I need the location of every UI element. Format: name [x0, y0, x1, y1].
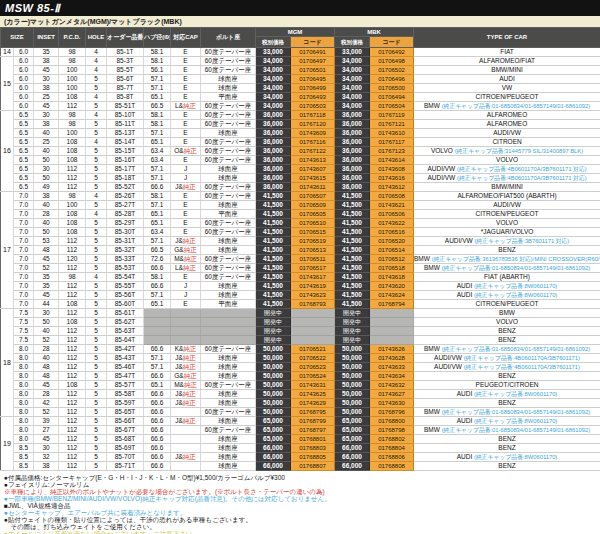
- cell-width: 8.0: [14, 426, 34, 435]
- cell-width: 8.0: [14, 390, 34, 399]
- table-row: 6.025108485-8T65.1E平面座34,0000170649334,0…: [1, 93, 600, 102]
- cell-type-of-car: BMW (純正キャップ品番:01-6850834/01-6857149/01-6…: [414, 426, 600, 435]
- col-header-inset: INSET: [34, 28, 59, 48]
- cell-mbk-price: 65,000: [335, 417, 370, 426]
- cell-cap: [171, 408, 201, 417]
- cell-mbk-code: 01743616: [370, 174, 414, 183]
- cell-mbk-price: 36,000: [335, 147, 370, 156]
- table-row: 6.53898585-11T58.1E60度テーパー座36,0000176712…: [1, 120, 600, 129]
- cell-mgm-code: 01743613: [291, 156, 335, 165]
- cell-order-no: 85-57T: [107, 381, 144, 390]
- cell-bolt-seat: 平面座: [201, 300, 256, 309]
- cell-mgm-price: 34,000: [256, 102, 291, 111]
- cell-width: 7.5: [14, 327, 34, 336]
- table-row: 146.03598485-1T58.1E60度テーパー座33,000017064…: [1, 48, 600, 57]
- cell-mgm-price: 50,000: [256, 345, 291, 354]
- cell-mbk-code: 01768796: [370, 408, 414, 417]
- cell-mbk-code: 01706504: [370, 102, 414, 111]
- table-row: 6.530112585-17T57.1J球面座36,0000174360736,…: [1, 165, 600, 174]
- cell-cap: J: [171, 291, 201, 300]
- cell-cap: J: [171, 174, 201, 183]
- cell-hub: 57.1: [144, 165, 171, 174]
- cell-cap: E: [171, 201, 201, 210]
- cell-mgm-code: [291, 336, 335, 345]
- cell-hub: 58.1: [144, 273, 171, 282]
- cell-mgm-code: 01706509: [291, 201, 335, 210]
- cell-mbk-code: 01706500: [370, 84, 414, 93]
- cell-mgm-price: 50,000: [256, 354, 291, 363]
- cell-hub: 57.1: [144, 174, 171, 183]
- cell-inset: 30: [34, 444, 59, 453]
- cell-mgm-code: 01743625: [291, 390, 335, 399]
- col-header-mgm-code: コード: [291, 37, 335, 48]
- cell-mbk-code: [370, 309, 414, 318]
- cell-cap: [171, 435, 201, 444]
- cell-cap: G&純正: [171, 372, 201, 381]
- cell-mbk-price: 50,000: [335, 354, 370, 363]
- cell-inset: 52: [34, 336, 59, 345]
- cell-mgm-code: 01706503: [291, 102, 335, 111]
- cell-mbk-price: 41,500: [335, 255, 370, 264]
- cell-inset: 25: [34, 93, 59, 102]
- spec-table: SIZE INSET P.C.D. HOLE オーダー品番 ハブ径(Φ) 対応C…: [0, 27, 600, 471]
- cell-bolt-seat: 60度テーパー座: [201, 408, 256, 417]
- table-row: 8.048112585-46T57.1J&純正球面座50,00001706523…: [1, 363, 600, 372]
- cell-cap: L&純正: [171, 264, 201, 273]
- cell-order-no: 85-46T: [107, 363, 144, 372]
- cell-type-of-car: BENZ: [414, 246, 600, 255]
- cell-inset: 50: [34, 174, 59, 183]
- table-row: 187.530112585-61T開発中開発中BMW: [1, 309, 600, 318]
- cell-pcd: 98: [59, 111, 86, 120]
- cell-inset: 53: [34, 237, 59, 246]
- cell-bolt-seat: 60度テーパー座: [201, 111, 256, 120]
- cell-cap: M&純正: [171, 255, 201, 264]
- cell-mgm-price: 66,000: [256, 453, 291, 462]
- cell-cap: E: [171, 48, 201, 57]
- cell-mbk-code: 01743618: [370, 273, 414, 282]
- cell-order-no: 85-54T: [107, 273, 144, 282]
- table-row: 6.540100585-13T57.1E球面座36,0000174360936,…: [1, 129, 600, 138]
- cell-mgm-price: 41,500: [256, 219, 291, 228]
- cell-order-no: 85-51T: [107, 102, 144, 111]
- table-row: 156.03898485-3T58.1E60度テーパー座34,000017064…: [1, 57, 600, 66]
- cell-cap: E: [171, 120, 201, 129]
- cell-inset: 50: [34, 318, 59, 327]
- cell-mgm-code: 01706513: [291, 246, 335, 255]
- table-row: 8.052112585-65T66.660度テーパー座50,0000176879…: [1, 408, 600, 417]
- cell-type-of-car: VOLVO: [414, 219, 600, 228]
- cell-mgm-code: 01743607: [291, 165, 335, 174]
- cell-pcd: 112: [59, 102, 86, 111]
- cell-width: 6.0: [14, 102, 34, 111]
- cell-hub: 66.6: [144, 453, 171, 462]
- cell-hub: 66.6: [144, 399, 171, 408]
- cell-hole: 5: [86, 408, 107, 417]
- note-line: ●ホイールにより装着出来ない場合がございます。ご注意下さい。: [4, 530, 600, 534]
- cell-hub: 63.4: [144, 228, 171, 237]
- cell-mbk-price: 65,000: [335, 435, 370, 444]
- cell-type-of-car: ALFAROMEO: [414, 120, 600, 129]
- cell-width: 6.0: [14, 84, 34, 93]
- cell-mbk-price: 36,000: [335, 156, 370, 165]
- col-header-cap: 対応CAP: [171, 28, 201, 48]
- size-group-label: 17: [1, 192, 14, 309]
- cell-type-of-car: AUDI (純正キャップ品番:8W0601170): [414, 453, 600, 462]
- cell-mgm-code: 01706523: [291, 363, 335, 372]
- cell-pcd: 112: [59, 264, 86, 273]
- cell-pcd: 100: [59, 84, 86, 93]
- cell-cap: [171, 327, 201, 336]
- cell-type-of-car: BENZ: [414, 399, 600, 408]
- cell-hole: 4: [86, 48, 107, 57]
- cell-type-of-car: BMW (純正キャップ品番:01-6850834/01-6857149/01-6…: [414, 408, 600, 417]
- cell-hub: 57.1: [144, 291, 171, 300]
- cell-order-no: 85-1T: [107, 48, 144, 57]
- cell-mgm-code: 01767116: [291, 138, 335, 147]
- col-header-type-of-car: TYPE OF CAR: [414, 28, 600, 48]
- cell-mgm-code: 01767122: [291, 147, 335, 156]
- cell-width: 8.5: [14, 453, 34, 462]
- cell-pcd: 108: [59, 228, 86, 237]
- cell-width: 6.5: [14, 165, 34, 174]
- col-header-mbk-code: コード: [370, 37, 414, 48]
- cell-width: 7.0: [14, 282, 34, 291]
- cell-hub: 63.4: [144, 156, 171, 165]
- cell-bolt-seat: 球面座: [201, 372, 256, 381]
